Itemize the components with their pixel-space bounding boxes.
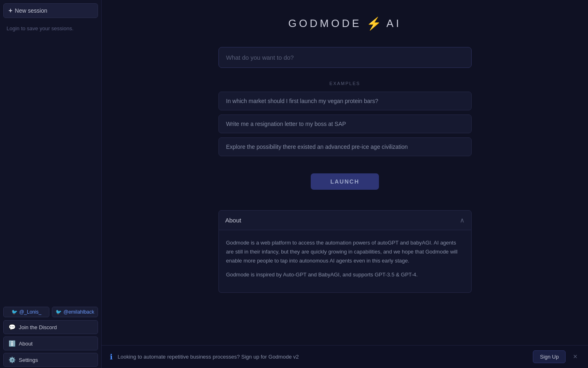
discord-icon: 💬 xyxy=(9,324,16,330)
bottom-banner: ℹ Looking to automate repetitive busines… xyxy=(102,345,588,368)
examples-section: EXAMPLES In which market should I first … xyxy=(218,81,472,160)
header-title-right: AI xyxy=(386,17,401,30)
new-session-button[interactable]: + New session xyxy=(3,3,98,18)
examples-label: EXAMPLES xyxy=(218,81,472,86)
info-icon: ℹ️ xyxy=(9,340,16,347)
plus-icon: + xyxy=(9,7,12,14)
info-banner-icon: ℹ xyxy=(110,352,113,361)
twitter-user2-button[interactable]: 🐦 @emilahlback xyxy=(52,307,98,317)
chevron-up-icon: ∧ xyxy=(460,216,465,224)
discord-button[interactable]: 💬 Join the Discord xyxy=(3,320,98,334)
sidebar: + New session Login to save your session… xyxy=(0,0,102,368)
example-card-1[interactable]: In which market should I first launch my… xyxy=(218,92,472,110)
twitter-icon-2: 🐦 xyxy=(56,309,62,315)
header-title-left: GODMODE xyxy=(288,17,361,30)
main-content: GODMODE ⚡ AI EXAMPLES In which market sh… xyxy=(102,0,588,368)
new-session-label: New session xyxy=(15,7,47,14)
close-banner-button[interactable]: × xyxy=(570,352,580,362)
app-header: GODMODE ⚡ AI xyxy=(288,16,401,31)
about-paragraph-1: Godmode is a web platform to access the … xyxy=(226,238,464,265)
main-input-container xyxy=(218,47,472,68)
launch-button[interactable]: LAUNCH xyxy=(311,173,379,190)
gear-icon: ⚙️ xyxy=(9,357,16,363)
sidebar-bottom: 🐦 @_Lonis_ 🐦 @emilahlback 💬 Join the Dis… xyxy=(0,303,101,368)
about-header-label: About xyxy=(225,217,241,224)
example-card-2[interactable]: Write me a resignation letter to my boss… xyxy=(218,114,472,133)
lightning-icon: ⚡ xyxy=(366,16,381,31)
main-input[interactable] xyxy=(218,47,472,68)
signup-button[interactable]: Sign Up xyxy=(533,350,566,363)
settings-sidebar-button[interactable]: ⚙️ Settings xyxy=(3,353,98,367)
example-card-3[interactable]: Explore the possibility there existed an… xyxy=(218,137,472,156)
twitter-user1-button[interactable]: 🐦 @_Lonis_ xyxy=(3,307,49,317)
about-content: Godmode is a web platform to access the … xyxy=(218,230,472,293)
twitter-icon-1: 🐦 xyxy=(11,309,18,315)
banner-text: Looking to automate repetitive business … xyxy=(118,354,528,360)
about-section: About ∧ Godmode is a web platform to acc… xyxy=(218,210,472,293)
about-sidebar-button[interactable]: ℹ️ About xyxy=(3,337,98,350)
twitter-row: 🐦 @_Lonis_ 🐦 @emilahlback xyxy=(0,303,101,319)
about-header[interactable]: About ∧ xyxy=(218,210,472,230)
about-paragraph-2: Godmode is inspired by Auto-GPT and Baby… xyxy=(226,270,464,279)
login-note: Login to save your sessions. xyxy=(0,21,101,36)
